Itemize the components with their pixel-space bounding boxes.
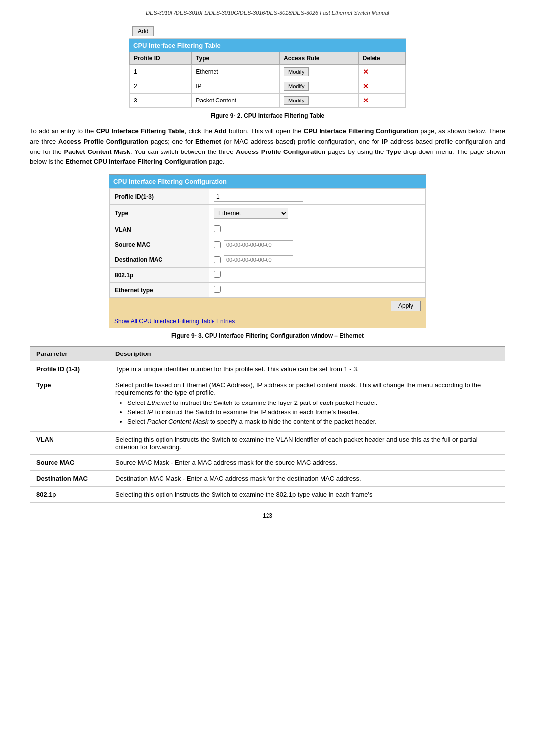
table-row: 3 Packet Content Modify ✕ [130, 94, 406, 108]
config-form-table: Profile ID(1-3) Type Ethernet IP Packet … [109, 188, 426, 298]
config-container: CPU Interface Filtering Configuration Pr… [109, 174, 426, 328]
modify-button[interactable]: Modify [284, 96, 309, 105]
desc-col-header: Description [109, 347, 505, 361]
checkbox-ethernet-type[interactable] [214, 286, 221, 293]
field-type: Type Ethernet IP Packet Content [110, 205, 426, 222]
label-ethernet-type: Ethernet type [110, 283, 209, 298]
config-title: CPU Interface Filtering Configuration [109, 175, 426, 188]
filter-table-title: CPU Interface Filtering Table [129, 39, 406, 52]
label-802p: 802.1p [110, 268, 209, 283]
checkbox-vlan[interactable] [214, 225, 221, 232]
figure-caption-2: Figure 9- 3. CPU Interface Filtering Con… [30, 332, 505, 339]
param-row: Type Select profile based on Ethernet (M… [30, 377, 505, 432]
apply-row: Apply [109, 298, 426, 314]
input-dest-mac[interactable] [224, 255, 293, 264]
param-row: Destination MAC Destination MAC Mask - E… [30, 471, 505, 487]
label-profile-id: Profile ID(1-3) [110, 189, 209, 205]
param-table: Parameter Description Profile ID (1-3) T… [30, 346, 505, 503]
table-row: 2 IP Modify ✕ [130, 79, 406, 94]
param-name: VLAN [30, 432, 109, 455]
page-number: 123 [30, 512, 505, 519]
input-profile-id[interactable] [214, 192, 303, 202]
add-row: Add [129, 24, 406, 39]
checkbox-dest-mac[interactable] [214, 256, 221, 263]
col-delete: Delete [358, 52, 405, 65]
cell-access-rule: Modify [280, 79, 359, 94]
cell-type: Packet Content [192, 94, 280, 108]
col-profile-id: Profile ID [130, 52, 192, 65]
filter-table-container: Add CPU Interface Filtering Table Profil… [129, 24, 406, 108]
modify-button[interactable]: Modify [284, 82, 309, 91]
cell-delete: ✕ [358, 94, 405, 108]
page-header: DES-3010F/DES-3010FL/DES-3010G/DES-3016/… [30, 10, 505, 16]
cell-type: Ethernet [192, 65, 280, 79]
field-dest-mac: Destination MAC [110, 252, 426, 268]
bullet-item: Select IP to instruct the Switch to exam… [127, 408, 499, 416]
label-dest-mac: Destination MAC [110, 252, 209, 268]
checkbox-source-mac[interactable] [214, 241, 221, 248]
bullet-item: Select Ethernet to instruct the Switch t… [127, 399, 499, 406]
cell-profile-id: 3 [130, 94, 192, 108]
header-title: DES-3010F/DES-3010FL/DES-3010G/DES-3016/… [146, 10, 389, 16]
param-desc: Type in a unique identifier number for t… [109, 361, 505, 377]
field-ethernet-type: Ethernet type [110, 283, 426, 298]
cell-access-rule: Modify [280, 65, 359, 79]
table-row: 1 Ethernet Modify ✕ [130, 65, 406, 79]
cell-type: IP [192, 79, 280, 94]
delete-icon[interactable]: ✕ [363, 97, 369, 104]
bullet-item: Select Packet Content Mask to specify a … [127, 418, 499, 425]
modify-button[interactable]: Modify [284, 67, 309, 76]
param-desc: Selecting this option instructs the Swit… [109, 432, 505, 455]
param-row: 802.1p Selecting this option instructs t… [30, 487, 505, 503]
label-source-mac: Source MAC [110, 237, 209, 252]
param-desc: Source MAC Mask - Enter a MAC address ma… [109, 455, 505, 471]
param-row: VLAN Selecting this option instructs the… [30, 432, 505, 455]
param-name: Profile ID (1-3) [30, 361, 109, 377]
input-source-mac[interactable] [224, 240, 293, 249]
field-vlan: VLAN [110, 222, 426, 237]
show-link-row: Show All CPU Interface Filtering Table E… [109, 314, 426, 328]
param-name: 802.1p [30, 487, 109, 503]
param-name: Type [30, 377, 109, 432]
param-col-header: Parameter [30, 347, 109, 361]
body-paragraph: To add an entry to the CPU Interface Fil… [30, 126, 505, 167]
checkbox-802p[interactable] [214, 271, 221, 278]
delete-icon[interactable]: ✕ [363, 68, 369, 76]
delete-icon[interactable]: ✕ [363, 82, 369, 90]
cell-delete: ✕ [358, 79, 405, 94]
label-vlan: VLAN [110, 222, 209, 237]
param-row: Profile ID (1-3) Type in a unique identi… [30, 361, 505, 377]
cell-delete: ✕ [358, 65, 405, 79]
cpu-filter-table: Profile ID Type Access Rule Delete 1 Eth… [129, 52, 406, 108]
show-all-link[interactable]: Show All CPU Interface Filtering Table E… [114, 318, 235, 325]
param-desc: Select profile based on Ethernet (MAC Ad… [109, 377, 505, 432]
figure-caption-1: Figure 9- 2. CPU Interface Filtering Tab… [30, 112, 505, 119]
col-access-rule: Access Rule [280, 52, 359, 65]
param-desc: Selecting this option instructs the Swit… [109, 487, 505, 503]
field-802p: 802.1p [110, 268, 426, 283]
param-name: Destination MAC [30, 471, 109, 487]
cell-access-rule: Modify [280, 94, 359, 108]
add-button[interactable]: Add [132, 26, 154, 36]
field-source-mac: Source MAC [110, 237, 426, 252]
param-name: Source MAC [30, 455, 109, 471]
cell-profile-id: 1 [130, 65, 192, 79]
param-row: Source MAC Source MAC Mask - Enter a MAC… [30, 455, 505, 471]
select-type[interactable]: Ethernet IP Packet Content [214, 208, 288, 219]
field-profile-id: Profile ID(1-3) [110, 189, 426, 205]
cell-profile-id: 2 [130, 79, 192, 94]
col-type: Type [192, 52, 280, 65]
apply-button[interactable]: Apply [391, 301, 421, 311]
label-type: Type [110, 205, 209, 222]
param-desc: Destination MAC Mask - Enter a MAC addre… [109, 471, 505, 487]
